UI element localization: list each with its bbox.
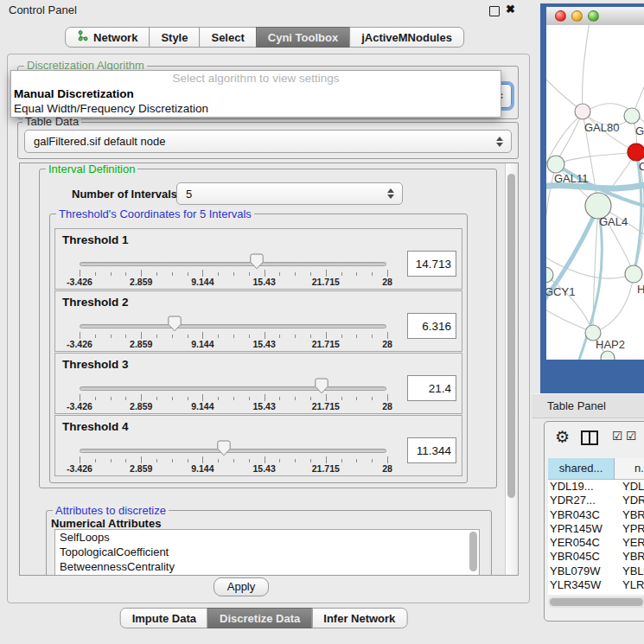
cell-shared-name[interactable]: YDR27... — [548, 494, 622, 507]
minimize-traffic-light[interactable] — [571, 10, 583, 22]
tab-cyni-toolbox[interactable]: Cyni Toolbox — [256, 27, 350, 48]
threshold-value-input[interactable] — [407, 251, 456, 277]
slider-scale-label: 28 — [382, 277, 392, 287]
attribute-list-item[interactable]: TopologicalCoefficient — [55, 545, 479, 559]
tab-select[interactable]: Select — [199, 27, 256, 48]
split-columns-icon[interactable] — [581, 430, 598, 445]
node-red-selected[interactable] — [628, 143, 644, 161]
tab-impute-data[interactable]: Impute Data — [120, 608, 208, 628]
close-traffic-light[interactable] — [555, 10, 566, 22]
combo-stepper-icon — [387, 188, 395, 199]
node-gal80[interactable] — [575, 104, 590, 119]
table-row[interactable]: YPR145WYPR1 — [548, 522, 644, 536]
network-canvas[interactable]: GAL80 GA C GAL11 GAL4 GCY1 H HAP2 — [546, 25, 644, 360]
node-attribute-table[interactable]: shared... n... YDL19...YDL1YDR27...YDR2Y… — [548, 458, 644, 595]
interval-definition-group-label: Interval Definition — [46, 163, 137, 175]
node-g[interactable] — [624, 108, 640, 124]
slider-scale-label: 2.859 — [130, 277, 152, 287]
column-header-name[interactable]: n... — [615, 458, 644, 479]
cell-shared-name[interactable]: YLR345W — [548, 578, 622, 592]
top-tab-bar: Network Style Select Cyni Toolbox jActiv… — [65, 27, 464, 48]
table-row[interactable]: YIL052CYIL0 — [548, 592, 644, 595]
cell-name[interactable]: YER0 — [622, 536, 644, 550]
numerical-attributes-list[interactable]: SelfLoopsTopologicalCoefficientBetweenne… — [54, 529, 480, 576]
column-header-shared-name[interactable]: shared... — [548, 458, 615, 479]
tab-discretize-data-label: Discretize Data — [220, 612, 300, 625]
cell-name[interactable]: YBR0 — [622, 508, 644, 522]
table-row[interactable]: YBR043CYBR0 — [548, 508, 644, 522]
network-icon — [77, 30, 88, 44]
checkbox-icon-1[interactable]: ☑ — [612, 429, 623, 443]
node-gal11[interactable] — [547, 156, 564, 173]
cell-shared-name[interactable]: YDL19... — [548, 480, 622, 494]
horizontal-scrollbar-thumb[interactable] — [550, 598, 643, 606]
threshold-panel-1: Threshold 1 -3.4262.8599.14415.4321.7152… — [54, 228, 462, 290]
node-h[interactable] — [625, 265, 642, 283]
threshold-value-input[interactable] — [407, 313, 456, 339]
float-window-icon[interactable] — [489, 6, 500, 16]
table-row[interactable]: YLR345WYLR3 — [548, 578, 644, 592]
tab-discretize-data[interactable]: Discretize Data — [207, 608, 312, 628]
cell-name[interactable]: YPR1 — [622, 522, 644, 536]
apply-button[interactable]: Apply — [214, 577, 269, 596]
tab-network[interactable]: Network — [65, 27, 150, 48]
node-partial[interactable] — [601, 351, 615, 360]
cell-shared-name[interactable]: YBR045C — [548, 550, 622, 564]
close-icon[interactable]: ✖ — [506, 3, 515, 16]
threshold-slider-track[interactable] — [80, 449, 386, 453]
cell-name[interactable]: YBL0 — [622, 564, 644, 578]
cell-shared-name[interactable]: YBR043C — [548, 508, 622, 522]
threshold-slider-track[interactable] — [80, 386, 386, 391]
threshold-slider-track[interactable] — [80, 324, 386, 328]
panel-title: Control Panel — [9, 3, 77, 16]
dropdown-option-equal-width[interactable]: Equal Width/Frequency Discretization — [11, 101, 501, 117]
cell-name[interactable]: YDR2 — [622, 494, 644, 507]
zoom-traffic-light[interactable] — [588, 10, 599, 22]
threshold-slider-track[interactable] — [80, 262, 386, 266]
slider-scale-label: 9.144 — [191, 463, 214, 474]
threshold-value-input[interactable] — [407, 375, 456, 401]
tab-infer-network[interactable]: Infer Network — [311, 608, 407, 628]
table-row[interactable]: YBL079WYBL0 — [548, 564, 644, 578]
slider-scale-label: 9.144 — [191, 339, 214, 349]
cell-shared-name[interactable]: YBL079W — [548, 564, 622, 578]
threshold-value-input[interactable] — [407, 437, 456, 463]
threshold-slider-thumb[interactable] — [315, 378, 328, 394]
network-window-titlebar[interactable] — [546, 7, 644, 26]
table-row[interactable]: YBR045CYBR0 — [548, 550, 644, 564]
table-row[interactable]: YER054CYER0 — [548, 536, 644, 550]
threshold-label: Threshold 3 — [62, 358, 129, 371]
threshold-slider-thumb[interactable] — [217, 440, 231, 456]
gear-icon[interactable]: ⚙ — [555, 425, 570, 450]
cell-shared-name[interactable]: YPR145W — [548, 522, 622, 536]
network-graph: GAL80 GA C GAL11 GAL4 GCY1 H HAP2 — [546, 25, 644, 360]
attribute-list-item[interactable]: BetweennessCentrality — [55, 559, 479, 574]
attribute-list-item[interactable]: SelfLoops — [55, 530, 479, 545]
table-data-combobox[interactable]: galFiltered.sif default node — [24, 130, 512, 153]
dropdown-option-manual[interactable]: Manual Discretization — [11, 86, 501, 102]
threshold-slider-thumb[interactable] — [250, 253, 264, 270]
threshold-slider-thumb[interactable] — [168, 316, 182, 332]
threshold-label: Threshold 4 — [62, 420, 129, 433]
cell-name[interactable]: YIL0 — [622, 592, 644, 595]
cell-name[interactable]: YDL1 — [622, 480, 644, 494]
threshold-panel-2: Threshold 2 -3.4262.8599.14415.4321.7152… — [54, 290, 462, 352]
tab-style[interactable]: Style — [149, 27, 200, 48]
threshold-panel-3: Threshold 3 -3.4262.8599.14415.4321.7152… — [54, 353, 462, 414]
list-scrollbar[interactable] — [469, 532, 477, 571]
slider-scale-label: 28 — [382, 339, 392, 349]
table-row[interactable]: YDR27...YDR2 — [548, 494, 644, 507]
tab-jactivemnodules[interactable]: jActiveMNodules — [349, 27, 464, 48]
checkbox-icon-2[interactable]: ☑ — [626, 429, 637, 443]
vertical-scrollbar-thumb[interactable] — [507, 174, 515, 498]
cell-shared-name[interactable]: YIL052C — [548, 592, 622, 595]
table-row[interactable]: YDL19...YDL1 — [548, 480, 644, 494]
network-nodes[interactable] — [546, 104, 644, 360]
cell-name[interactable]: YLR3 — [622, 578, 644, 592]
horizontal-scrollbar[interactable] — [548, 596, 644, 608]
network-window[interactable]: GAL80 GA C GAL11 GAL4 GCY1 H HAP2 — [540, 3, 644, 393]
cell-name[interactable]: YBR0 — [622, 550, 644, 564]
cell-shared-name[interactable]: YER054C — [548, 536, 622, 550]
number-of-intervals-combobox[interactable]: 5 — [176, 182, 403, 205]
vertical-scrollbar[interactable] — [505, 163, 518, 575]
